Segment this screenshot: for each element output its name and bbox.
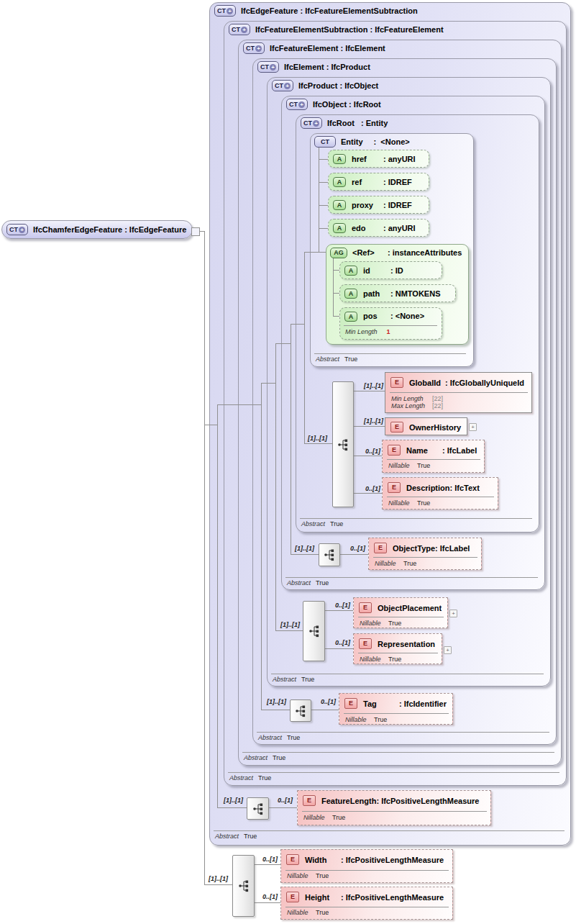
connector-line: [352, 426, 385, 427]
facet-value: [22]: [432, 395, 443, 402]
facet-value: True: [417, 462, 430, 469]
plus-icon: +: [313, 120, 319, 127]
facet-rule: [344, 325, 437, 326]
element-name: ObjectType: [393, 544, 435, 553]
ct-badge[interactable]: CT+: [214, 5, 236, 17]
abstract-value: True: [316, 579, 329, 586]
attribute-proxy: A proxy : IDREF: [328, 196, 429, 214]
header-ref-group: AG <Ref> : instanceAttributes: [330, 247, 462, 258]
ifcroot-abstract-row: Abstract True: [301, 520, 343, 527]
abstract-value: True: [330, 520, 343, 527]
element-badge: E: [286, 892, 299, 902]
expand-icon[interactable]: +: [449, 610, 457, 617]
element-representation[interactable]: ERepresentation NillableTrue: [353, 633, 442, 664]
ct-badge[interactable]: CT+: [243, 42, 265, 54]
ct-badge[interactable]: CT+: [272, 80, 293, 91]
attribute-badge: A: [344, 312, 357, 322]
connector-line: [291, 324, 304, 325]
attribute-badge: A: [333, 177, 346, 187]
cardinality-label: 0..[1]: [335, 602, 350, 609]
header-title: IfcFeatureElement : IfcElement: [270, 44, 385, 53]
element-type: : IfcPositiveLengthMeasure: [376, 797, 479, 805]
connector-line: [319, 159, 328, 160]
element-name-ifclabel[interactable]: EName: IfcLabel NillableTrue: [382, 440, 485, 473]
root-connector-handle[interactable]: [191, 227, 200, 236]
ifcedgefeature-abstract-row: Abstract True: [215, 833, 257, 840]
attribute-href: A href : anyURI: [328, 150, 429, 168]
plus-icon: +: [227, 8, 233, 14]
connector-line: [310, 710, 339, 710]
element-ownerhistory[interactable]: EOwnerHistory: [385, 417, 467, 435]
header-title: IfcEdgeFeature : IfcFeatureElementSubtra…: [241, 6, 418, 15]
facet-value: 1: [387, 328, 390, 335]
ct-badge[interactable]: CT+: [286, 99, 308, 110]
abstract-label: Abstract: [258, 734, 287, 741]
facet-label: Nillable: [345, 716, 374, 723]
element-height[interactable]: EHeight: IfcPositiveLengthMeasure Nillab…: [280, 887, 453, 920]
abstract-rule: [257, 732, 549, 733]
expand-icon[interactable]: +: [444, 646, 452, 654]
ct-badge[interactable]: CT: [314, 136, 336, 148]
facet-value: True: [417, 499, 430, 507]
element-name: Description: [406, 484, 450, 492]
facet-label: Nillable: [388, 462, 417, 469]
cardinality-label: 0..[1]: [262, 893, 278, 900]
facet-rule: [358, 653, 438, 653]
connector-line: [291, 324, 291, 555]
connector-line: [253, 864, 280, 865]
connector-line: [333, 270, 339, 271]
plus-icon: +: [270, 64, 276, 71]
header-title: IfcFeatureElementSubtraction : IfcFeatur…: [255, 25, 444, 34]
cardinality-label: [1]..[1]: [224, 797, 243, 804]
element-globalid[interactable]: EGlobalId: IfcGloballyUniqueId Min Lengt…: [385, 372, 532, 413]
connector-line: [217, 404, 218, 808]
header-title: IfcRoot : Entity: [327, 119, 388, 127]
element-badge: E: [388, 482, 401, 493]
element-objectplacement[interactable]: EObjectPlacement NillableTrue: [353, 597, 448, 628]
sequence-icon: [290, 699, 311, 722]
element-type: : IfcGloballyUniqueId: [445, 379, 524, 387]
cardinality-label: 0..[1]: [278, 797, 293, 804]
attribute-name: path: [363, 289, 390, 298]
sequence-icon: [247, 797, 269, 820]
element-description[interactable]: EDescription: IfcText NillableTrue: [382, 477, 498, 509]
header-ifcobject: CT+ IfcObject : IfcRoot: [286, 99, 381, 110]
element-featurelength[interactable]: EFeatureLength: IfcPositiveLengthMeasure…: [297, 790, 491, 825]
sequence-icon: [319, 543, 340, 566]
attribute-badge: A: [344, 289, 357, 299]
connector-line: [217, 807, 247, 808]
connector-line: [204, 425, 217, 425]
ct-badge[interactable]: CT+: [301, 117, 322, 129]
connector-trunk: [204, 231, 205, 885]
root-node-ifcchamferedgefeature[interactable]: CT+ IfcChamferEdgeFeature : IfcEdgeFeatu…: [1, 220, 193, 239]
connector-line: [261, 383, 275, 384]
attribute-type: : anyURI: [383, 155, 416, 163]
element-tag[interactable]: ETag: IfcIdentifier NillableTrue: [339, 693, 453, 725]
facet-label: Max Length: [391, 402, 432, 409]
connector-line: [291, 554, 319, 555]
element-name: FeatureLength: [321, 797, 376, 805]
element-type: : IfcText: [450, 484, 480, 492]
connector-line: [333, 293, 339, 294]
header-ifcproduct: CT+ IfcProduct : IfcObject: [272, 80, 378, 91]
attribute-name: pos: [363, 312, 390, 320]
connector-line: [261, 383, 262, 710]
group-type: : instanceAttributes: [388, 248, 462, 257]
abstract-value: True: [287, 734, 300, 741]
entity-name: Entity: [341, 137, 363, 146]
element-width[interactable]: EWidth: IfcPositiveLengthMeasure Nillabl…: [280, 849, 453, 883]
element-objecttype[interactable]: EObjectType: IfcLabel NillableTrue: [368, 538, 482, 570]
xsd-diagram: CT+ IfcEdgeFeature : IfcFeatureElementSu…: [0, 0, 576, 924]
connector-line: [304, 252, 326, 253]
expand-icon[interactable]: +: [469, 423, 477, 431]
header-ifcfeatureelementsubtraction: CT+ IfcFeatureElementSubtraction : IfcFe…: [229, 24, 444, 35]
pos-minlength-facet: Min Length 1: [345, 328, 390, 335]
cardinality-label: [1]..[1]: [364, 382, 383, 389]
facet-value: True: [388, 620, 401, 627]
ct-badge[interactable]: CT+: [257, 61, 279, 73]
connector-line: [352, 391, 385, 391]
connector-line: [339, 554, 368, 555]
attribute-name: href: [352, 155, 383, 163]
element-name: ObjectPlacement: [378, 604, 442, 612]
ct-badge[interactable]: CT+: [229, 24, 250, 35]
